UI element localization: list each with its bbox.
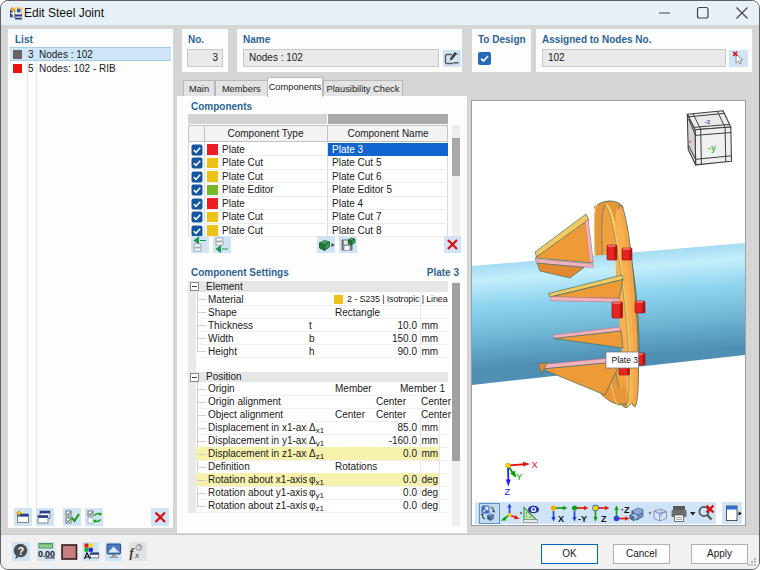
svg-text:-z: -z bbox=[704, 118, 711, 126]
svg-text:00: 00 bbox=[45, 549, 55, 559]
svg-text:f: f bbox=[130, 546, 135, 560]
svg-text:?: ? bbox=[18, 545, 24, 557]
svg-text:X: X bbox=[532, 459, 539, 470]
svg-text:X: X bbox=[558, 514, 564, 524]
svg-text:x: x bbox=[134, 550, 139, 560]
svg-text:Y: Y bbox=[516, 471, 523, 482]
svg-text:Z: Z bbox=[505, 486, 511, 497]
svg-text:Z: Z bbox=[601, 514, 607, 524]
svg-text:?: ? bbox=[138, 544, 142, 551]
svg-text:·Z: ·Z bbox=[621, 505, 630, 515]
svg-text:-y: -y bbox=[708, 143, 716, 153]
svg-text:-Y: -Y bbox=[578, 514, 587, 524]
svg-text:Plate 3: Plate 3 bbox=[612, 355, 639, 365]
